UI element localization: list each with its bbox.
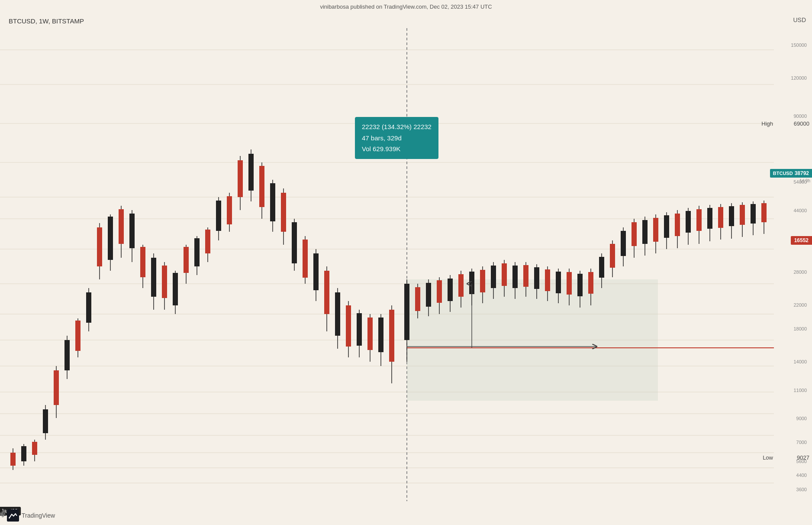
svg-rect-60	[216, 201, 221, 231]
svg-rect-72	[281, 193, 286, 232]
svg-rect-64	[238, 160, 243, 197]
svg-rect-146	[686, 211, 691, 233]
svg-rect-118	[534, 267, 539, 289]
svg-rect-22	[10, 453, 16, 466]
svg-rect-58	[205, 230, 210, 253]
y-tick-150000: 150000	[791, 42, 809, 48]
svg-rect-78	[313, 253, 319, 290]
svg-rect-140	[653, 218, 658, 242]
tooltip-line3: Vol 629.939K	[362, 143, 432, 155]
svg-rect-52	[173, 273, 178, 305]
svg-rect-96	[415, 287, 420, 311]
top-meta: vinibarbosa published on TradingView.com…	[0, 3, 812, 10]
high-label-text: High	[761, 120, 773, 127]
svg-rect-102	[448, 279, 453, 301]
time-since-badge: 1d 9h	[799, 178, 810, 183]
low-value-text: 9027	[797, 454, 809, 461]
svg-rect-152	[718, 207, 723, 228]
svg-rect-132	[610, 244, 615, 268]
y-tick-3600: 3600	[796, 487, 809, 492]
svg-rect-138	[642, 220, 648, 244]
y-tick-90000: 90000	[793, 113, 809, 119]
chart-container: vinibarbosa published on TradingView.com…	[0, 0, 812, 525]
svg-rect-56	[194, 238, 200, 266]
tooltip-line2: 47 bars, 329d	[362, 133, 432, 144]
svg-rect-126	[577, 274, 583, 296]
tradingview-logo: TradingView	[7, 509, 55, 522]
svg-rect-156	[740, 205, 745, 225]
svg-rect-134	[621, 231, 626, 256]
svg-point-164	[9, 517, 10, 519]
svg-rect-150	[707, 208, 712, 229]
chart-title: BTCUSD, 1W, BITSTAMP	[9, 17, 84, 25]
y-axis-panel: 150000 120000 90000 54000 44000 28000 22…	[774, 28, 812, 501]
y-axis-currency-label: USD	[793, 16, 806, 23]
y-tick-9000: 9000	[796, 416, 809, 421]
svg-rect-92	[389, 310, 394, 362]
chart-title-text: BTCUSD, 1W, BITSTAMP	[9, 17, 84, 25]
y-tick-11000: 11000	[793, 388, 809, 393]
svg-rect-86	[357, 313, 362, 346]
svg-rect-76	[303, 240, 308, 278]
svg-rect-114	[512, 266, 518, 288]
svg-rect-112	[502, 263, 507, 286]
svg-rect-148	[696, 209, 702, 231]
svg-rect-160	[761, 203, 767, 222]
y-tick-44000: 44000	[793, 208, 809, 213]
svg-rect-68	[259, 166, 264, 207]
y-tick-18000: 18000	[793, 326, 809, 331]
btcusd-price-badge: BTCUSD 38792	[770, 169, 812, 178]
svg-rect-24	[21, 446, 26, 461]
svg-rect-136	[632, 222, 637, 246]
svg-rect-144	[675, 214, 680, 236]
svg-rect-94	[404, 284, 409, 340]
y-tick-14000: 14000	[793, 359, 809, 364]
svg-rect-154	[729, 206, 734, 226]
y-tick-7000: 7000	[796, 440, 809, 445]
svg-rect-100	[437, 280, 442, 303]
svg-rect-28	[43, 409, 48, 433]
current-price-text: 38792	[795, 170, 809, 176]
svg-rect-46	[140, 247, 145, 277]
svg-rect-122	[556, 272, 561, 293]
red-price-text: 16552	[794, 237, 809, 243]
low-label: Low	[763, 454, 773, 461]
svg-rect-98	[426, 283, 431, 307]
high-label: High	[761, 120, 773, 127]
svg-rect-38	[97, 227, 102, 266]
svg-rect-142	[664, 215, 669, 238]
svg-rect-88	[367, 318, 373, 350]
tradingview-text: TradingView	[22, 512, 55, 519]
svg-rect-80	[324, 271, 329, 314]
low-value: 9027	[797, 454, 809, 461]
svg-rect-32	[64, 340, 70, 370]
svg-rect-108	[480, 270, 485, 292]
svg-rect-120	[545, 269, 550, 291]
svg-rect-26	[32, 442, 37, 455]
svg-rect-54	[184, 247, 189, 273]
svg-rect-66	[248, 154, 254, 191]
btcusd-label: BTCUSD	[773, 171, 793, 176]
red-price-badge: 16552	[791, 236, 812, 245]
svg-rect-62	[227, 196, 232, 224]
price-chart-svg	[0, 28, 774, 501]
svg-rect-42	[119, 209, 124, 244]
low-label-text: Low	[763, 454, 773, 461]
publisher-text: vinibarbosa published on TradingView.com…	[320, 3, 492, 10]
svg-rect-128	[588, 272, 593, 294]
y-tick-22000: 22000	[793, 302, 809, 308]
y-tick-4400: 4400	[796, 473, 809, 478]
svg-rect-158	[751, 204, 756, 224]
svg-rect-74	[292, 222, 297, 263]
tooltip-line1: 22232 (134.32%) 22232	[362, 121, 432, 133]
svg-rect-90	[378, 318, 383, 352]
svg-rect-34	[75, 321, 81, 351]
time-since-text: 1d 9h	[799, 178, 810, 183]
svg-rect-30	[54, 370, 59, 405]
svg-rect-44	[129, 214, 135, 248]
y-tick-28000: 28000	[793, 269, 809, 275]
svg-rect-82	[335, 292, 340, 336]
tv-logo-icon	[7, 509, 19, 522]
svg-rect-110	[491, 266, 496, 288]
measurement-tooltip: 22232 (134.32%) 22232 47 bars, 329d Vol …	[355, 117, 438, 159]
